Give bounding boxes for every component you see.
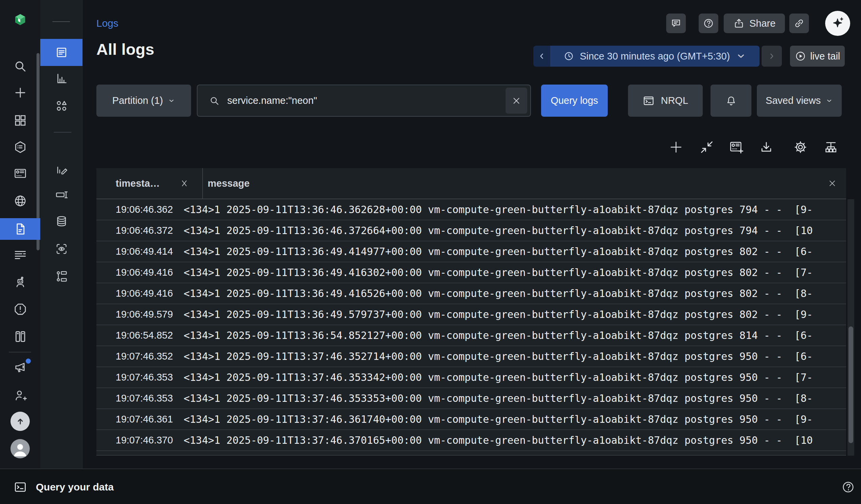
clear-search-button[interactable] bbox=[506, 87, 527, 114]
table-scrollbar-thumb[interactable] bbox=[848, 326, 853, 443]
download-button[interactable] bbox=[759, 140, 774, 154]
logs-nav-labels[interactable] bbox=[40, 184, 83, 206]
feedback-button[interactable] bbox=[666, 14, 686, 33]
row-message: <134>1 2025-09-11T13:36:49.416302+00:00 … bbox=[183, 267, 846, 278]
help-icon bbox=[842, 480, 855, 494]
time-picker-button[interactable]: Since 30 minutes ago (GMT+5:30) bbox=[550, 46, 760, 67]
new-relic-logo[interactable] bbox=[0, 9, 40, 30]
sidebar-item-ai-assistant[interactable] bbox=[0, 272, 40, 293]
logs-nav-all-logs[interactable] bbox=[40, 39, 83, 66]
saved-views-dropdown[interactable]: Saved views bbox=[757, 84, 842, 117]
ai-assistant-button[interactable] bbox=[825, 11, 850, 36]
sidebar-item-add[interactable] bbox=[0, 82, 40, 104]
eye-scan-icon bbox=[55, 242, 68, 256]
table-row[interactable]: 19:07:46.353 <134>1 2025-09-11T13:37:46.… bbox=[96, 367, 846, 388]
share-button[interactable]: Share bbox=[724, 14, 785, 33]
table-row[interactable]: 19:06:49.414 <134>1 2025-09-11T13:36:49.… bbox=[96, 241, 846, 262]
time-picker-label: Since 30 minutes ago (GMT+5:30) bbox=[579, 51, 730, 62]
chart-pencil-icon bbox=[55, 162, 68, 176]
sparkle-icon bbox=[830, 16, 845, 31]
table-row[interactable]: 19:06:46.362 <134>1 2025-09-11T13:36:46.… bbox=[96, 199, 846, 220]
sidebar-item-service-levels[interactable] bbox=[0, 136, 40, 158]
column-header-timestamp[interactable]: timesta… bbox=[96, 168, 203, 199]
table-row[interactable]: 19:06:49.579 <134>1 2025-09-11T13:36:49.… bbox=[96, 304, 846, 325]
sidebar-item-search[interactable] bbox=[0, 55, 40, 77]
log-document-icon bbox=[55, 46, 68, 59]
table-row-partial[interactable] bbox=[96, 451, 846, 455]
breadcrumb-logs[interactable]: Logs bbox=[96, 17, 118, 29]
add-user-icon bbox=[13, 388, 27, 403]
settings-button[interactable] bbox=[793, 140, 808, 154]
footer-help-button[interactable] bbox=[842, 480, 855, 494]
column-header-message[interactable]: message bbox=[203, 168, 846, 199]
help-button[interactable] bbox=[699, 14, 718, 33]
table-row[interactable]: 19:06:54.852 <134>1 2025-09-11T13:36:54.… bbox=[96, 325, 846, 346]
row-timestamp: 19:06:54.852 bbox=[96, 330, 183, 341]
row-message: <134>1 2025-09-11T13:36:49.416526+00:00 … bbox=[183, 287, 846, 299]
logs-nav-workflows[interactable] bbox=[40, 265, 83, 287]
table-row[interactable]: 19:07:46.352 <134>1 2025-09-11T13:37:46.… bbox=[96, 346, 846, 367]
query-your-data-label: Query your data bbox=[36, 481, 114, 493]
partition-dropdown[interactable]: Partition (1) bbox=[96, 84, 191, 117]
close-icon bbox=[180, 179, 189, 188]
sidebar-item-infrastructure[interactable] bbox=[0, 326, 40, 348]
chevron-left-icon bbox=[537, 52, 546, 60]
time-back-button[interactable] bbox=[533, 46, 550, 67]
nrql-label: NRQL bbox=[661, 95, 688, 106]
nrql-button[interactable]: NRQL bbox=[628, 84, 703, 117]
table-row[interactable]: 19:07:46.361 <134>1 2025-09-11T13:37:46.… bbox=[96, 409, 846, 430]
live-tail-button[interactable]: live tail bbox=[790, 46, 845, 67]
sidebar-item-invite-user[interactable] bbox=[0, 385, 40, 406]
remove-timestamp-column-button[interactable] bbox=[180, 179, 189, 188]
remove-message-column-button[interactable] bbox=[828, 179, 837, 188]
column-layout-icon bbox=[823, 140, 838, 154]
row-timestamp: 19:06:46.362 bbox=[96, 204, 183, 215]
table-row[interactable]: 19:07:46.353 <134>1 2025-09-11T13:37:46.… bbox=[96, 388, 846, 409]
copy-link-button[interactable] bbox=[789, 14, 809, 33]
sidebar-item-logs[interactable] bbox=[0, 218, 40, 240]
row-timestamp: 19:07:46.352 bbox=[96, 351, 183, 362]
group-columns-button[interactable] bbox=[823, 140, 838, 154]
search-icon bbox=[13, 59, 27, 73]
table-row[interactable]: 19:06:49.416 <134>1 2025-09-11T13:36:49.… bbox=[96, 262, 846, 283]
logs-nav-attributes[interactable] bbox=[40, 68, 83, 89]
sidebar-item-alerts[interactable] bbox=[0, 298, 40, 320]
row-message: <134>1 2025-09-11T13:36:49.414977+00:00 … bbox=[183, 246, 846, 257]
logs-nav-patterns[interactable] bbox=[40, 95, 83, 117]
time-forward-button[interactable] bbox=[762, 46, 782, 67]
row-timestamp: 19:07:46.370 bbox=[96, 435, 183, 446]
collapse-view-button[interactable] bbox=[699, 140, 714, 154]
close-icon bbox=[828, 179, 837, 188]
row-message: <134>1 2025-09-11T13:37:46.353342+00:00 … bbox=[183, 371, 846, 383]
user-avatar[interactable] bbox=[11, 439, 30, 458]
terminal-icon bbox=[14, 480, 27, 494]
alert-condition-button[interactable] bbox=[711, 84, 751, 117]
row-message: <134>1 2025-09-11T13:37:46.352714+00:00 … bbox=[183, 351, 846, 362]
sidebar-item-traces[interactable] bbox=[0, 244, 40, 265]
logs-nav-create-chart[interactable] bbox=[40, 158, 83, 180]
shapes-icon bbox=[55, 99, 68, 113]
collapse-icon bbox=[699, 140, 714, 154]
chevron-down-icon bbox=[825, 97, 833, 105]
logs-nav-livetail[interactable] bbox=[40, 238, 83, 260]
row-timestamp: 19:06:49.414 bbox=[96, 246, 183, 257]
add-column-button[interactable] bbox=[669, 140, 683, 154]
table-row[interactable]: 19:07:46.370 <134>1 2025-09-11T13:37:46.… bbox=[96, 430, 846, 451]
upload-button[interactable] bbox=[11, 412, 30, 431]
main-content: Logs All logs Share bbox=[83, 0, 861, 468]
table-row[interactable]: 19:06:49.416 <134>1 2025-09-11T13:36:49.… bbox=[96, 283, 846, 304]
add-to-dashboard-button[interactable] bbox=[729, 140, 744, 154]
logs-nav-data-partitions[interactable] bbox=[40, 210, 83, 232]
sidebar-item-dashboards[interactable] bbox=[0, 163, 40, 185]
chevron-down-icon bbox=[168, 97, 175, 105]
alert-octagon-icon bbox=[13, 302, 27, 316]
query-your-data-button[interactable]: Query your data bbox=[14, 469, 114, 504]
sidebar-item-apps[interactable] bbox=[0, 110, 40, 131]
sidebar-item-announcements[interactable] bbox=[0, 356, 40, 378]
sidebar-item-browser[interactable] bbox=[0, 190, 40, 212]
log-search-input[interactable] bbox=[227, 95, 506, 106]
collapse-handle[interactable] bbox=[52, 21, 70, 22]
table-row[interactable]: 19:06:46.372 <134>1 2025-09-11T13:36:46.… bbox=[96, 220, 846, 241]
query-logs-button[interactable]: Query logs bbox=[541, 84, 608, 117]
query-logs-label: Query logs bbox=[550, 95, 598, 106]
